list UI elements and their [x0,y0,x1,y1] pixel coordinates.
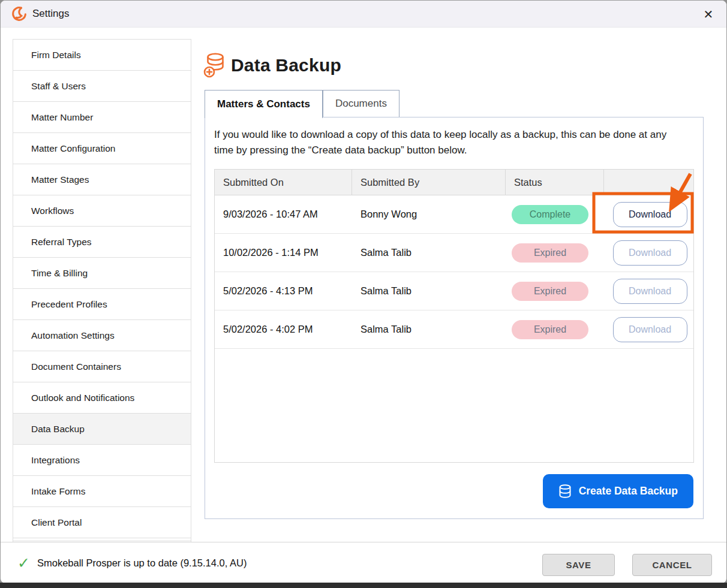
sidebar-item[interactable]: Outlook and Notifications [13,382,191,414]
tab[interactable]: Matters & Contacts [205,90,323,118]
table-row: 5/02/2026 - 4:13 PM Salma Talib Expired … [215,272,693,310]
sidebar-item[interactable]: Integrations [13,445,191,476]
download-cell: Download [604,272,693,310]
status-badge: Complete [512,205,588,224]
submitted-on-cell: 5/02/2026 - 4:13 PM [215,272,352,310]
sidebar-item[interactable]: Client Portal [13,507,191,538]
sidebar-item[interactable]: Document Containers [13,351,191,382]
sidebar-item[interactable]: Intake Forms [13,476,191,507]
submitted-by-cell: Bonny Wong [352,195,506,233]
backup-description: If you would like to download a copy of … [214,127,679,158]
sidebar-item[interactable]: Matter Stages [13,164,191,195]
page-title: Data Backup [231,55,341,76]
status-cell: Complete [506,195,604,233]
cancel-button[interactable]: CANCEL [632,554,712,576]
create-data-backup-label: Create Data Backup [579,485,678,497]
tab-content-panel: If you would like to download a copy of … [205,117,704,519]
titlebar: Settings ✕ [1,1,726,28]
close-icon[interactable]: ✕ [699,5,718,23]
sidebar-item-partial [13,538,191,541]
submitted-by-cell: Salma Talib [352,272,506,310]
status-badge: Expired [512,320,588,339]
update-status-text: Smokeball Prosper is up to date (9.15.14… [37,557,247,569]
sidebar-item[interactable]: Automation Settings [13,320,191,351]
submitted-on-cell: 9/03/2026 - 10:47 AM [215,195,352,233]
table-header-row: Submitted On Submitted By Status [215,170,693,195]
backups-table: Submitted On Submitted By Status 9/03/20… [214,169,694,463]
table-row: 5/02/2026 - 4:02 PM Salma Talib Expired … [215,310,693,349]
download-button[interactable]: Download [613,317,687,342]
create-data-backup-button[interactable]: Create Data Backup [543,474,693,508]
sidebar-item[interactable]: Workflows [13,195,191,227]
check-icon: ✓ [17,556,30,571]
column-header: Status [506,170,604,195]
settings-window: Settings ✕ Firm Details Staff & Users Ma… [0,0,727,584]
page-heading: Data Backup [203,52,341,79]
status-badge: Expired [512,282,588,301]
column-header: Submitted On [215,170,352,195]
settings-sidebar: Firm Details Staff & Users Matter Number… [13,39,191,542]
status-cell: Expired [506,272,604,310]
smokeball-logo-icon [11,6,27,22]
download-button[interactable]: Download [613,240,687,266]
tab[interactable]: Documents [323,90,399,117]
table-row: 9/03/2026 - 10:47 AM Bonny Wong Complete… [215,195,693,234]
sidebar-item[interactable]: Matter Number [13,102,191,133]
sidebar-item[interactable]: Firm Details [13,40,191,71]
sidebar-item[interactable]: Data Backup [13,414,191,445]
database-icon [558,484,572,499]
sidebar-item[interactable]: Referral Types [13,227,191,258]
update-status: ✓ Smokeball Prosper is up to date (9.15.… [17,542,247,584]
sidebar-item[interactable]: Matter Configuration [13,133,191,164]
download-cell: Download [604,195,693,233]
download-button[interactable]: Download [613,202,687,227]
sidebar-item[interactable]: Staff & Users [13,71,191,102]
taskbar-strip [0,583,727,588]
database-add-icon [203,52,227,79]
submitted-by-cell: Salma Talib [352,310,506,348]
submitted-on-cell: 5/02/2026 - 4:02 PM [215,310,352,348]
table-row: 10/02/2026 - 1:14 PM Salma Talib Expired… [215,234,693,272]
download-cell: Download [604,234,693,272]
column-header [604,170,693,195]
column-header: Submitted By [352,170,506,195]
window-title: Settings [32,8,69,20]
table-body: 9/03/2026 - 10:47 AM Bonny Wong Complete… [215,195,693,349]
status-cell: Expired [506,310,604,348]
sidebar-item[interactable]: Precedent Profiles [13,289,191,320]
sidebar-item[interactable]: Time & Billing [13,258,191,289]
download-button[interactable]: Download [613,279,687,304]
download-cell: Download [604,310,693,348]
submitted-by-cell: Salma Talib [352,234,506,272]
tab-bar: Matters & Contacts Documents [205,90,399,118]
status-cell: Expired [506,234,604,272]
status-badge: Expired [512,243,588,263]
submitted-on-cell: 10/02/2026 - 1:14 PM [215,234,352,272]
save-button[interactable]: SAVE [542,554,615,576]
